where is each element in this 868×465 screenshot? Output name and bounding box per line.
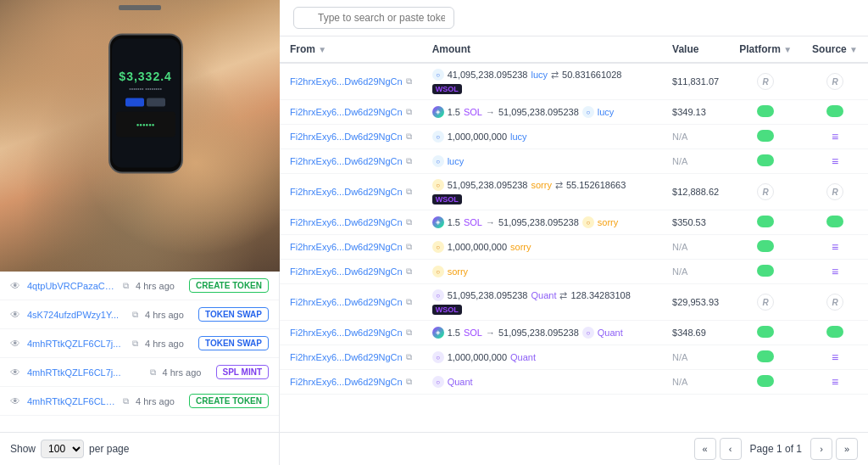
token-name[interactable]: lucy bbox=[448, 156, 465, 166]
token-name-sol: SOL bbox=[464, 328, 482, 338]
token-icon-sorry: ○ bbox=[432, 179, 444, 191]
eye-icon-2[interactable]: 👁 bbox=[10, 338, 20, 350]
tx-copy-1[interactable]: ⧉ bbox=[132, 310, 138, 320]
copy-icon[interactable]: ⧉ bbox=[406, 132, 412, 142]
source-icon[interactable]: R bbox=[826, 73, 843, 90]
row-from-addr[interactable]: Fi2hrxExy6...Dw6d29NgCn bbox=[290, 297, 403, 307]
per-page-select[interactable]: 100 10 25 50 bbox=[41, 440, 84, 458]
platform-pill-icon[interactable] bbox=[757, 130, 774, 142]
tx-copy-3[interactable]: ⧉ bbox=[150, 367, 156, 378]
tx-copy-2[interactable]: ⧉ bbox=[132, 339, 138, 349]
token-name[interactable]: lucy bbox=[531, 70, 548, 80]
copy-icon[interactable]: ⧉ bbox=[406, 156, 412, 166]
row-from-addr[interactable]: Fi2hrxExy6...Dw6d29NgCn bbox=[290, 266, 403, 277]
copy-icon[interactable]: ⧉ bbox=[406, 242, 412, 252]
last-page-button[interactable]: » bbox=[836, 438, 858, 460]
platform-icon[interactable]: R bbox=[757, 73, 774, 90]
platform-pill-icon[interactable] bbox=[757, 375, 774, 387]
copy-icon[interactable]: ⧉ bbox=[406, 187, 412, 197]
platform-icon[interactable]: R bbox=[757, 183, 774, 200]
token-name[interactable]: sorry bbox=[510, 242, 531, 252]
source-pill-icon[interactable] bbox=[826, 216, 843, 227]
copy-icon[interactable]: ⧉ bbox=[406, 328, 412, 338]
token-name[interactable]: sorry bbox=[531, 180, 552, 190]
row-from-addr[interactable]: Fi2hrxExy6...Dw6d29NgCn bbox=[290, 107, 403, 117]
platform-pill-icon[interactable] bbox=[757, 105, 774, 117]
table-row: Fi2hrxExy6...Dw6d29NgCn⧉ ○ sorry N/A ≡ bbox=[280, 260, 868, 284]
token-name[interactable]: Quant bbox=[510, 352, 536, 362]
token-name[interactable]: Quant bbox=[598, 328, 623, 338]
wsol-badge: WSOL bbox=[432, 305, 462, 315]
token-icon-sorry2: ○ bbox=[582, 216, 594, 228]
token-name[interactable]: sorry bbox=[598, 217, 618, 227]
platform-pill-icon[interactable] bbox=[757, 216, 774, 227]
source-pill-icon[interactable] bbox=[826, 326, 843, 338]
source-stripes-icon[interactable]: ≡ bbox=[832, 240, 838, 254]
per-page-label: per page bbox=[89, 443, 129, 455]
platform-pill-icon[interactable] bbox=[757, 326, 774, 338]
source-stripes-icon[interactable]: ≡ bbox=[832, 130, 838, 143]
row-from-addr[interactable]: Fi2hrxExy6...Dw6d29NgCn bbox=[290, 217, 403, 227]
platform-pill-icon[interactable] bbox=[757, 240, 774, 252]
amount-cell: ◈ 1.5 SOL → 51,095,238.095238 ○ Quant bbox=[432, 327, 652, 339]
source-stripes-icon[interactable]: ≡ bbox=[832, 154, 838, 168]
prev-page-button[interactable]: ‹ bbox=[720, 438, 742, 460]
copy-icon[interactable]: ⧉ bbox=[406, 76, 412, 87]
row-from-addr[interactable]: Fi2hrxExy6...Dw6d29NgCn bbox=[290, 377, 403, 387]
tx-address-0[interactable]: 4qtpUbVRCPazaCRZ... bbox=[27, 281, 116, 291]
token-name[interactable]: lucy bbox=[598, 107, 615, 117]
token-icon-lucy2: ○ bbox=[582, 106, 594, 118]
platform-pill-icon[interactable] bbox=[757, 154, 774, 166]
video-area: $3,332.4 ••••••• •••••••• ●●●●●● bbox=[0, 0, 280, 272]
copy-icon[interactable]: ⧉ bbox=[406, 297, 412, 307]
row-from-addr[interactable]: Fi2hrxExy6...Dw6d29NgCn bbox=[290, 132, 403, 142]
copy-icon[interactable]: ⧉ bbox=[406, 217, 412, 227]
next-page-button[interactable]: › bbox=[810, 438, 832, 460]
tx-address-1[interactable]: 4sK724ufzdPWzy1Y... bbox=[27, 310, 125, 320]
copy-icon[interactable]: ⧉ bbox=[406, 352, 412, 362]
row-from-addr[interactable]: Fi2hrxExy6...Dw6d29NgCn bbox=[290, 352, 403, 362]
platform-pill-icon[interactable] bbox=[757, 350, 774, 362]
token-name[interactable]: Quant bbox=[448, 377, 473, 387]
source-stripes-icon[interactable]: ≡ bbox=[832, 350, 838, 364]
eye-icon-4[interactable]: 👁 bbox=[10, 395, 20, 407]
copy-icon[interactable]: ⧉ bbox=[406, 107, 412, 117]
tx-address-4[interactable]: 4mhRTtkQZLF6CL7j... bbox=[27, 396, 116, 406]
table-row: Fi2hrxExy6...Dw6d29NgCn⧉ ◈ 1.5 SOL → 51,… bbox=[280, 210, 868, 235]
source-stripes-icon[interactable]: ≡ bbox=[832, 265, 838, 278]
tx-copy-4[interactable]: ⧉ bbox=[123, 396, 129, 406]
table-row: Fi2hrxExy6...Dw6d29NgCn⧉ ○ 51,095,238.09… bbox=[280, 174, 868, 210]
token-name[interactable]: lucy bbox=[510, 132, 527, 142]
token-name[interactable]: sorry bbox=[448, 266, 468, 277]
tx-address-2[interactable]: 4mhRTtkQZLF6CL7j... bbox=[27, 339, 125, 349]
row-from-addr[interactable]: Fi2hrxExy6...Dw6d29NgCn bbox=[290, 328, 403, 338]
wsol-badge: WSOL bbox=[432, 194, 462, 204]
platform-icon[interactable]: R bbox=[757, 294, 774, 311]
copy-icon[interactable]: ⧉ bbox=[406, 377, 412, 387]
token-name[interactable]: Quant bbox=[531, 290, 557, 300]
eye-icon-3[interactable]: 👁 bbox=[10, 367, 20, 378]
search-bar: 🔍 bbox=[280, 0, 868, 36]
source-icon[interactable]: R bbox=[826, 183, 843, 200]
tx-address-3[interactable]: 4mhRTtkQZLF6CL7j... bbox=[27, 367, 143, 378]
row-from-addr[interactable]: Fi2hrxExy6...Dw6d29NgCn bbox=[290, 187, 403, 197]
tx-time-1: 4 hrs ago bbox=[145, 310, 192, 320]
source-filter-icon[interactable]: ▼ bbox=[849, 45, 858, 54]
source-icon[interactable]: R bbox=[826, 294, 843, 311]
left-panel: $3,332.4 ••••••• •••••••• ●●●●●● 👁 4qtpU… bbox=[0, 0, 280, 465]
tx-copy-0[interactable]: ⧉ bbox=[123, 281, 129, 291]
row-from-addr[interactable]: Fi2hrxExy6...Dw6d29NgCn bbox=[290, 156, 403, 166]
platform-pill-icon[interactable] bbox=[757, 265, 774, 277]
copy-icon[interactable]: ⧉ bbox=[406, 266, 412, 277]
eye-icon-1[interactable]: 👁 bbox=[10, 309, 20, 321]
row-from-addr[interactable]: Fi2hrxExy6...Dw6d29NgCn bbox=[290, 76, 403, 87]
from-filter-icon[interactable]: ▼ bbox=[318, 45, 326, 54]
platform-filter-icon[interactable]: ▼ bbox=[783, 45, 792, 54]
first-page-button[interactable]: « bbox=[694, 438, 716, 460]
eye-icon-0[interactable]: 👁 bbox=[10, 280, 20, 292]
row-from-addr[interactable]: Fi2hrxExy6...Dw6d29NgCn bbox=[290, 242, 403, 252]
token-name-sol: SOL bbox=[464, 217, 482, 227]
source-pill-icon[interactable] bbox=[826, 105, 843, 117]
source-stripes-icon[interactable]: ≡ bbox=[832, 375, 838, 389]
search-input[interactable] bbox=[293, 7, 454, 29]
